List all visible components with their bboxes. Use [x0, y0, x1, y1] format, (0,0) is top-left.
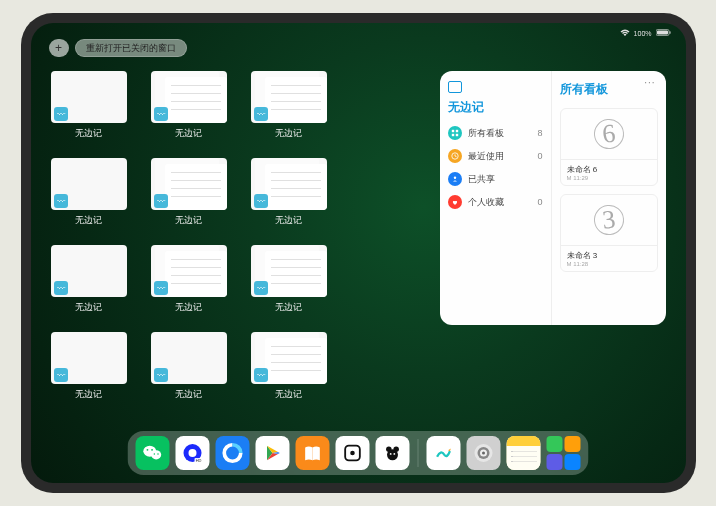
svg-point-11	[147, 449, 149, 451]
window-thumbnail[interactable]: 〰无边记	[151, 332, 227, 401]
svg-rect-2	[669, 31, 670, 34]
clock-icon	[448, 149, 462, 163]
wifi-icon	[620, 29, 630, 37]
svg-point-20	[390, 453, 392, 455]
thumbnail-preview: 〰	[251, 71, 327, 123]
sidebar-row-heart[interactable]: 个人收藏0	[448, 195, 543, 209]
board-card[interactable]: 6未命名 6M 11:29	[560, 108, 658, 186]
dock-freeform-icon[interactable]	[427, 436, 461, 470]
dock-notes-icon[interactable]	[507, 436, 541, 470]
thumbnail-label: 无边记	[75, 388, 102, 401]
app-expose-grid: 〰无边记〰无边记〰无边记〰无边记〰无边记〰无边记〰无边记〰无边记〰无边记〰无边记…	[51, 71, 420, 425]
board-name: 未命名 3	[567, 250, 651, 261]
thumbnail-preview: 〰	[151, 158, 227, 210]
freeform-app-icon: 〰	[154, 194, 168, 208]
svg-point-26	[482, 452, 485, 455]
thumbnail-label: 无边记	[175, 388, 202, 401]
window-thumbnail[interactable]: 〰无边记	[51, 332, 127, 401]
thumbnail-label: 无边记	[75, 127, 102, 140]
thumbnail-preview: 〰	[151, 71, 227, 123]
panel-left-column: 无边记 所有看板8最近使用0已共享个人收藏0	[440, 71, 552, 325]
freeform-app-icon: 〰	[154, 368, 168, 382]
board-timestamp: M 11:29	[567, 175, 651, 181]
window-thumbnail[interactable]: 〰无边记	[51, 245, 127, 314]
row-count: 0	[537, 197, 542, 207]
dock-play-icon[interactable]	[256, 436, 290, 470]
sidebar-row-clock[interactable]: 最近使用0	[448, 149, 543, 163]
thumbnail-preview: 〰	[151, 332, 227, 384]
grid-icon	[448, 126, 462, 140]
svg-rect-4	[455, 130, 457, 132]
top-toolbar: + 重新打开已关闭的窗口	[49, 39, 187, 57]
freeform-app-icon: 〰	[254, 194, 268, 208]
share-icon	[448, 172, 462, 186]
dock: HD	[128, 431, 589, 475]
svg-point-14	[157, 453, 158, 454]
window-thumbnail[interactable]: 〰无边记	[151, 245, 227, 314]
freeform-app-icon: 〰	[254, 368, 268, 382]
row-count: 8	[537, 128, 542, 138]
svg-point-8	[453, 177, 455, 179]
freeform-app-icon: 〰	[54, 194, 68, 208]
dock-wechat-icon[interactable]	[136, 436, 170, 470]
panel-right-column: 所有看板 6未命名 6M 11:293未命名 3M 11:28	[552, 71, 666, 325]
thumbnail-preview: 〰	[251, 245, 327, 297]
heart-icon	[448, 195, 462, 209]
thumbnail-label: 无边记	[175, 214, 202, 227]
thumbnail-preview: 〰	[51, 332, 127, 384]
sidebar-row-share[interactable]: 已共享	[448, 172, 543, 186]
sidebar-toggle-icon[interactable]	[448, 81, 462, 93]
ipad-frame: 100% + 重新打开已关闭的窗口 〰无边记〰无边记〰无边记〰无边记〰无边记〰无…	[21, 13, 696, 493]
dock-browser-icon[interactable]	[216, 436, 250, 470]
svg-point-21	[393, 453, 395, 455]
row-label: 最近使用	[468, 150, 532, 163]
reopen-closed-window-button[interactable]: 重新打开已关闭的窗口	[75, 39, 187, 57]
panel-right-title: 所有看板	[560, 81, 658, 98]
dock-separator	[418, 439, 419, 467]
thumbnail-label: 无边记	[175, 301, 202, 314]
thumbnail-label: 无边记	[75, 214, 102, 227]
board-meta: 未命名 3M 11:28	[561, 245, 657, 271]
board-card[interactable]: 3未命名 3M 11:28	[560, 194, 658, 272]
window-thumbnail[interactable]: 〰无边记	[251, 332, 327, 401]
window-thumbnail[interactable]: 〰无边记	[251, 245, 327, 314]
window-thumbnail[interactable]: 〰无边记	[51, 71, 127, 140]
new-window-button[interactable]: +	[49, 39, 69, 57]
thumbnail-label: 无边记	[275, 214, 302, 227]
row-label: 所有看板	[468, 127, 532, 140]
freeform-sidebar-panel: ··· 无边记 所有看板8最近使用0已共享个人收藏0 所有看板 6未命名 6M …	[440, 71, 666, 325]
window-thumbnail[interactable]: 〰无边记	[151, 158, 227, 227]
svg-point-10	[151, 450, 161, 459]
window-thumbnail[interactable]: 〰无边记	[151, 71, 227, 140]
svg-point-19	[387, 449, 398, 460]
row-label: 已共享	[468, 173, 537, 186]
board-thumbnail: 3	[561, 195, 657, 245]
freeform-app-icon: 〰	[54, 281, 68, 295]
freeform-app-icon: 〰	[154, 107, 168, 121]
board-name: 未命名 6	[567, 164, 651, 175]
svg-rect-5	[451, 134, 453, 136]
row-label: 个人收藏	[468, 196, 532, 209]
dock-library-icon[interactable]	[547, 436, 581, 470]
dock-books-icon[interactable]	[296, 436, 330, 470]
window-thumbnail[interactable]: 〰无边记	[251, 71, 327, 140]
more-icon[interactable]: ···	[644, 77, 655, 88]
dock-bear-icon[interactable]	[376, 436, 410, 470]
battery-icon	[656, 29, 672, 37]
svg-point-13	[154, 453, 155, 454]
thumbnail-preview: 〰	[51, 245, 127, 297]
dock-quark-icon[interactable]: HD	[176, 436, 210, 470]
window-thumbnail[interactable]: 〰无边记	[51, 158, 127, 227]
thumbnail-label: 无边记	[275, 388, 302, 401]
thumbnail-label: 无边记	[275, 301, 302, 314]
dock-settings-icon[interactable]	[467, 436, 501, 470]
freeform-app-icon: 〰	[154, 281, 168, 295]
screen-wallpaper: 100% + 重新打开已关闭的窗口 〰无边记〰无边记〰无边记〰无边记〰无边记〰无…	[31, 23, 686, 483]
board-timestamp: M 11:28	[567, 261, 651, 267]
board-thumbnail: 6	[561, 109, 657, 159]
thumbnail-label: 无边记	[275, 127, 302, 140]
svg-rect-6	[455, 134, 457, 136]
window-thumbnail[interactable]: 〰无边记	[251, 158, 327, 227]
sidebar-row-grid[interactable]: 所有看板8	[448, 126, 543, 140]
dock-dice-icon[interactable]	[336, 436, 370, 470]
